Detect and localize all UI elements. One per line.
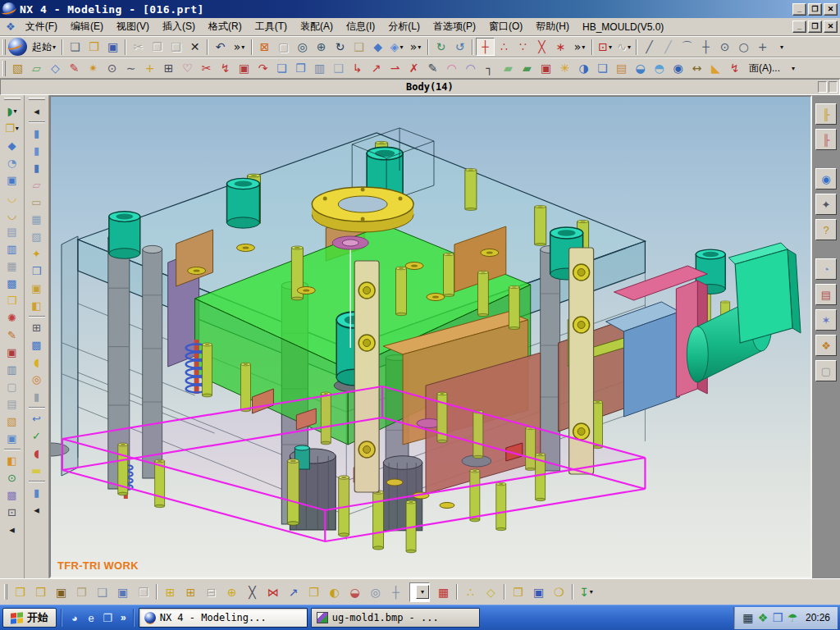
cylinders-icon[interactable]: ▥▾ <box>2 361 23 378</box>
perspective-icon[interactable]: ◆▾ <box>368 38 387 56</box>
join-curve-icon[interactable]: ↳▾ <box>348 59 367 77</box>
cut-cylinder-icon[interactable]: ◖▾ <box>26 354 48 371</box>
rotate-csys-icon[interactable]: ↻▾ <box>431 38 450 56</box>
outline-icon[interactable]: ⊡▾ <box>2 504 23 521</box>
bounded-plane2-icon[interactable]: ▰▾ <box>518 59 536 77</box>
note-icon[interactable]: ✎▾ <box>423 59 442 77</box>
save-icon[interactable]: ▣▾ <box>103 38 122 56</box>
point-set-icon[interactable]: ✴▾ <box>84 59 103 77</box>
edit-curve-icon[interactable]: ▣▾ <box>235 59 253 77</box>
col2-overflow-icon[interactable]: ◂▾ <box>26 501 48 518</box>
book-icon[interactable]: ❒▾ <box>26 262 48 280</box>
media-player-icon[interactable]: ◕ <box>66 609 83 627</box>
mirror-assembly-icon[interactable]: ⋈▾ <box>262 582 283 602</box>
region-icon[interactable]: ♡▾ <box>178 59 197 77</box>
instance-icon[interactable]: ❏▾ <box>272 59 291 77</box>
datum-csys-icon[interactable]: ✎▾ <box>65 59 84 77</box>
menu-assemblies[interactable]: 装配(A) <box>294 17 340 36</box>
menu-hb-mould[interactable]: HB_MOULD(V5.0) <box>576 19 670 35</box>
pleats2-icon[interactable]: ▩▾ <box>26 336 48 354</box>
toolbar-grip[interactable] <box>4 584 7 600</box>
deformable-part-icon[interactable]: ❍▾ <box>549 582 569 602</box>
revolve-icon[interactable]: ◆▾ <box>2 137 23 154</box>
copy-icon[interactable]: ❐▾ <box>148 38 167 56</box>
menu-window[interactable]: 窗口(O) <box>482 17 529 36</box>
red-cylinder-icon[interactable]: ◖▾ <box>26 445 48 462</box>
texture-cube-icon[interactable]: ▩▾ <box>2 486 23 504</box>
point-constructor-icon[interactable]: ⊡▾ <box>596 38 614 56</box>
menu-help[interactable]: 帮助(H) <box>529 17 576 36</box>
curve-overflow-icon[interactable]: ▾ <box>772 38 791 56</box>
network-icon[interactable]: ❒ <box>770 609 785 626</box>
point-feature-icon[interactable]: ⊙▾ <box>103 59 121 77</box>
history-palette-tab[interactable]: ✦ <box>815 194 837 215</box>
snap-point-icon[interactable]: ┼▾ <box>476 38 495 56</box>
line-icon[interactable]: ╱▾ <box>640 38 659 56</box>
toolbar-grip[interactable] <box>2 61 6 76</box>
sheet-pink-icon[interactable]: ▱▾ <box>26 176 48 194</box>
datum-plane-icon[interactable]: ▱▾ <box>27 59 46 77</box>
dynamic-csys-icon[interactable]: ↺▾ <box>450 38 469 56</box>
find-component-icon[interactable]: ❒▾ <box>10 582 30 602</box>
datum-axis-icon[interactable]: ◇▾ <box>46 59 65 77</box>
curve-rule-icon[interactable]: ∿▾ <box>614 38 633 56</box>
snap-intersection-icon[interactable]: ╳▾ <box>532 38 551 56</box>
cylinder-a-icon[interactable]: ▮▾ <box>26 125 48 142</box>
antivirus-icon[interactable]: ❖ <box>756 609 770 626</box>
undo-icon[interactable]: ↶▾ <box>211 38 230 56</box>
add-existing-component-icon[interactable]: ⊞▾ <box>160 582 180 602</box>
project-curve-icon[interactable]: ↷▾ <box>253 59 272 77</box>
zoom-window-icon[interactable]: ◎▾ <box>293 38 312 56</box>
new-file-icon[interactable]: ❏▾ <box>66 38 84 56</box>
spline-feature-icon[interactable]: ∼▾ <box>121 59 140 77</box>
pattern-face-icon[interactable]: ▥▾ <box>310 59 329 77</box>
circle-center-icon[interactable]: ⊙▾ <box>715 38 734 56</box>
roles-tab[interactable]: ❖ <box>815 335 837 356</box>
pattern-component-icon[interactable]: ❒▾ <box>304 582 324 602</box>
core-icon[interactable]: ▦▾ <box>2 258 23 275</box>
blue-block-icon[interactable]: ▣▾ <box>2 430 23 447</box>
extrude-icon[interactable]: ❐▾ <box>2 120 23 137</box>
extrude-feature-icon[interactable]: ◑▾ <box>574 59 593 77</box>
check-component-icon[interactable]: ◇▾ <box>481 582 501 602</box>
toolbar-grip[interactable] <box>2 39 6 55</box>
delete-curve-icon[interactable]: ✗▾ <box>404 59 423 77</box>
trim-curve-icon[interactable]: ✂▾ <box>197 59 216 77</box>
shaded-display-icon[interactable]: ◈▾ <box>387 38 406 56</box>
menu-preferences[interactable]: 首选项(P) <box>427 17 482 36</box>
pan-view-icon[interactable]: ❑▾ <box>349 38 368 56</box>
pleat-icon[interactable]: ▩▾ <box>2 275 23 292</box>
start-button[interactable]: 开始 <box>2 608 57 628</box>
paste-icon[interactable]: ❑▾ <box>167 38 185 56</box>
extract-icon[interactable]: ❑▾ <box>329 59 348 77</box>
cylinder-c-icon[interactable]: ▮▾ <box>26 159 48 176</box>
hole-sheet-icon[interactable]: ▦▾ <box>26 211 48 228</box>
color-box-icon[interactable]: ▣▾ <box>26 280 48 297</box>
snap-midpoint-icon[interactable]: ∵▾ <box>514 38 532 56</box>
pocket-icon[interactable]: ◒▾ <box>631 59 650 77</box>
library-icon[interactable]: ❒▾ <box>2 292 23 309</box>
menu-format[interactable]: 格式(R) <box>202 17 249 36</box>
multiple-windows-icon[interactable]: ❑▾ <box>92 582 112 602</box>
bridge-curve-icon[interactable]: ⇀▾ <box>386 59 404 77</box>
line2-icon[interactable]: ╱▾ <box>659 38 678 56</box>
gray-cylinder-icon[interactable]: ▮▾ <box>26 388 48 405</box>
help-tab[interactable]: ? <box>815 219 837 240</box>
point-plus-icon[interactable]: +▾ <box>140 59 159 77</box>
grid-icon[interactable]: ⊞▾ <box>26 319 48 336</box>
rotate-view-icon[interactable]: ↻▾ <box>331 38 349 56</box>
ring-icon[interactable]: ◎▾ <box>26 371 48 388</box>
wave-geometry-linker-icon[interactable]: ❐▾ <box>508 582 528 602</box>
internet-explorer-icon[interactable]: e <box>83 609 99 627</box>
bend-icon[interactable]: ↩▾ <box>26 410 48 427</box>
arrangements-icon[interactable]: ∴▾ <box>460 582 481 602</box>
menu-analysis[interactable]: 分析(L) <box>381 17 427 36</box>
hole-icon[interactable]: ◉▾ <box>669 59 687 77</box>
measure-icon[interactable]: ↔▾ <box>687 59 706 77</box>
finish-icon[interactable]: ✦▾ <box>26 245 48 262</box>
menu-view[interactable]: 视图(V) <box>110 17 156 36</box>
interference-icon[interactable]: ◎▾ <box>365 582 386 602</box>
menu-insert[interactable]: 插入(S) <box>156 17 202 36</box>
start-menu-button[interactable]: 起始▾ <box>27 38 59 56</box>
internet-tab[interactable]: ◉ <box>815 168 837 189</box>
